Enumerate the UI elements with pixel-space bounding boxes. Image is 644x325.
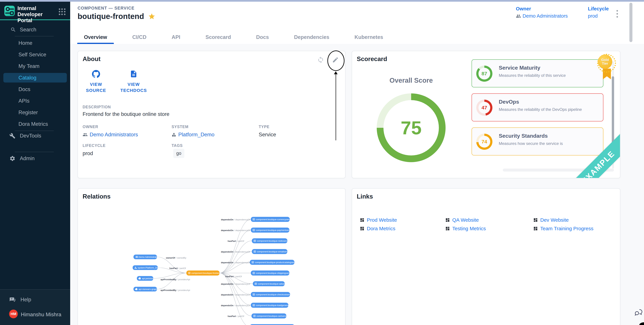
sidebar-item-self-service[interactable]: Self Service bbox=[3, 50, 67, 59]
gold-tier-badge: Gold Tier bbox=[597, 53, 617, 80]
favorite-star-icon[interactable] bbox=[148, 13, 156, 20]
relation-node-paymentservice[interactable]: component:boutique-paymentservice bbox=[251, 228, 293, 233]
metric-card-service-maturity[interactable]: 87Service MaturityMeasures the reliabili… bbox=[472, 59, 603, 87]
dashboard-icon bbox=[533, 218, 538, 222]
svg-text:component:boutique-paymentserv: component:boutique-paymentservice bbox=[256, 229, 293, 231]
system-field-value[interactable]: Platform_Demo bbox=[172, 132, 214, 138]
system-category-icon bbox=[172, 132, 176, 137]
metrics-scrollbar-thumb[interactable] bbox=[612, 76, 614, 144]
user-name[interactable]: Himanshu Mishra bbox=[21, 312, 61, 318]
relation-node-loadgenerator[interactable]: component:boutique-loadgenerator bbox=[251, 303, 291, 308]
relation-node-petstore[interactable]: api:petstore bbox=[137, 276, 154, 281]
relation-node-adservice[interactable]: component:boutique-adservice bbox=[253, 281, 289, 286]
metric-subtitle: Measures how secure the service is bbox=[499, 141, 563, 146]
tab-dependencies[interactable]: Dependencies bbox=[287, 30, 336, 44]
sidebar-item-my-team[interactable]: My Team bbox=[3, 61, 67, 71]
search-icon bbox=[10, 27, 16, 32]
sidebar-item-label: DevTools bbox=[20, 133, 41, 139]
relation-edge-label: hasPart / partOf bbox=[225, 275, 242, 278]
sidebar-item-label: Catalog bbox=[18, 75, 36, 81]
sidebar-item-label: Docs bbox=[18, 86, 30, 92]
svg-text:component:boutique-redisservic: component:boutique-redisservice bbox=[257, 240, 290, 242]
svg-text:component:boutique-shippingser: component:boutique-shippingservice bbox=[256, 272, 293, 274]
owner-link[interactable]: Demo Administrators bbox=[516, 13, 568, 19]
tab-ci-cd[interactable]: CI/CD bbox=[126, 30, 153, 44]
metric-ring: 74 bbox=[476, 134, 492, 150]
annotation-arrow-line bbox=[336, 74, 336, 140]
metric-score-value: 87 bbox=[478, 68, 490, 79]
relation-node-recommendationservice[interactable]: component:boutique-recommendationservice bbox=[250, 324, 300, 325]
sidebar-item-catalog[interactable]: Catalog bbox=[3, 73, 67, 82]
relation-node-shippingservice[interactable]: component:boutique-shippingservice bbox=[251, 271, 293, 276]
sidebar-item-help[interactable]: ? Help bbox=[0, 295, 70, 305]
tab-kubernetes[interactable]: Kubernetes bbox=[348, 30, 390, 44]
tab-scorecard[interactable]: Scorecard bbox=[199, 30, 238, 44]
svg-text:api:petstore: api:petstore bbox=[142, 277, 154, 280]
svg-text:component:boutique-adservice: component:boutique-adservice bbox=[258, 283, 289, 285]
svg-text:component:boutique-emailservic: component:boutique-emailservice bbox=[257, 250, 291, 253]
svg-text:component:boutique-productcata: component:boutique-productcatalogservice bbox=[255, 261, 298, 264]
lifecycle-block: Lifecycle prod bbox=[588, 6, 609, 19]
metric-subtitle: Measures the reliability of the DevOps p… bbox=[499, 107, 582, 112]
wrench-icon bbox=[10, 133, 16, 139]
metric-card-devops[interactable]: 47DevOpsMeasures the reliability of the … bbox=[472, 93, 603, 121]
refresh-icon[interactable] bbox=[317, 56, 324, 63]
sidebar-search[interactable]: Search bbox=[0, 25, 70, 34]
tab-docs[interactable]: Docs bbox=[250, 30, 276, 44]
sidebar-item-home[interactable]: Home bbox=[3, 38, 67, 48]
relation-node-redisservice[interactable]: component:boutique-redisservice bbox=[252, 238, 290, 243]
sidebar-item-label: Admin bbox=[20, 155, 34, 161]
link-label: Team Training Progress bbox=[540, 226, 594, 231]
svg-text:system:Platform_Demo: system:Platform_Demo bbox=[138, 267, 161, 269]
tag-chip-go[interactable]: go bbox=[173, 149, 184, 158]
relation-node-currencyservice[interactable]: component:boutique-currencyservice bbox=[251, 217, 293, 222]
relation-node-cartservice[interactable]: component:boutique-cartservice bbox=[252, 314, 289, 319]
owner-field-value[interactable]: Demo Administrators bbox=[82, 132, 138, 138]
sidebar-item-register[interactable]: Register bbox=[3, 108, 67, 117]
tab-api[interactable]: API bbox=[165, 30, 187, 44]
sidebar-item-dora-metrics[interactable]: Dora Metrics bbox=[3, 119, 67, 129]
dashboard-icon bbox=[445, 218, 450, 222]
owner-field-label: OWNER bbox=[82, 125, 98, 129]
tab-overview[interactable]: Overview bbox=[77, 30, 114, 44]
link-qa-website[interactable]: QA Website bbox=[445, 217, 479, 223]
page-scrollbar-thumb[interactable] bbox=[630, 3, 632, 42]
view-source-label: VIEW SOURCE bbox=[82, 81, 110, 93]
relation-node-platform-demo[interactable]: system:Platform_Demo bbox=[133, 265, 161, 270]
sidebar-item-apis[interactable]: APIs bbox=[3, 96, 67, 106]
relation-edge-label: hasPart / partOf bbox=[228, 240, 244, 242]
link-prod-website[interactable]: Prod Website bbox=[360, 217, 397, 223]
metric-card-security-standards[interactable]: 74Security StandardsMeasures how secure … bbox=[472, 127, 603, 155]
about-title: About bbox=[82, 55, 100, 62]
sidebar-divider bbox=[15, 36, 54, 36]
relation-edge bbox=[157, 273, 186, 289]
metric-score-value: 47 bbox=[478, 102, 490, 113]
owner-label: Owner bbox=[516, 6, 568, 11]
relation-node-frontend[interactable]: component:boutique-frontend bbox=[186, 271, 221, 276]
metric-title: Security Standards bbox=[499, 133, 548, 139]
link-dora-metrics[interactable]: Dora Metrics bbox=[360, 226, 395, 231]
chat-widget-icon[interactable] bbox=[634, 307, 643, 317]
owner-block: Owner Demo Administrators bbox=[516, 6, 568, 19]
view-techdocs-button[interactable]: VIEW TECHDOCS bbox=[120, 70, 147, 93]
relation-node-starwars-graphql[interactable]: api:starwars-graphql bbox=[134, 287, 159, 292]
relation-node-demo-administrators[interactable]: Demo Administrators bbox=[134, 255, 160, 259]
sidebar-item-admin[interactable]: Admin bbox=[0, 153, 70, 164]
link-dev-website[interactable]: Dev Website bbox=[533, 217, 569, 223]
more-options-kebab-icon[interactable] bbox=[614, 9, 620, 18]
portal-logo[interactable] bbox=[4, 6, 15, 16]
relation-node-checkoutservice[interactable]: component:boutique-checkoutservice bbox=[251, 292, 294, 297]
edit-pencil-icon[interactable] bbox=[332, 56, 339, 63]
sidebar-item-devtools[interactable]: DevTools bbox=[0, 131, 70, 141]
user-avatar[interactable]: HM bbox=[9, 310, 18, 318]
relation-edge-label: dependsOn / dependencyOf bbox=[221, 304, 250, 307]
metric-ring: 47 bbox=[476, 100, 492, 116]
relation-node-productcatalogservice[interactable]: component:boutique-productcatalogservice bbox=[250, 260, 298, 265]
sidebar-item-docs[interactable]: Docs bbox=[3, 84, 67, 94]
view-source-button[interactable]: VIEW SOURCE bbox=[82, 70, 110, 93]
link-testing-metrics[interactable]: Testing Metrics bbox=[445, 226, 486, 231]
relation-node-emailservice[interactable]: component:boutique-emailservice bbox=[252, 249, 291, 254]
link-team-training-progress[interactable]: Team Training Progress bbox=[533, 226, 594, 231]
github-icon bbox=[92, 70, 100, 78]
apps-grid-icon[interactable] bbox=[59, 8, 66, 15]
